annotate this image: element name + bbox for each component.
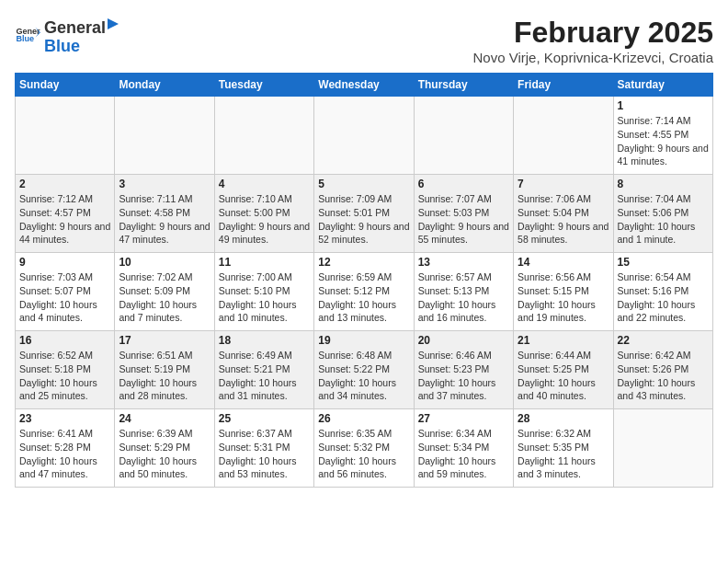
calendar-cell: 7Sunrise: 7:06 AM Sunset: 5:04 PM Daylig… xyxy=(514,175,613,253)
week-row-3: 9Sunrise: 7:03 AM Sunset: 5:07 PM Daylig… xyxy=(16,253,713,331)
day-number: 26 xyxy=(318,412,409,425)
day-number: 20 xyxy=(418,334,509,347)
day-number: 25 xyxy=(219,412,310,425)
calendar-header: SundayMondayTuesdayWednesdayThursdayFrid… xyxy=(16,74,713,97)
day-number: 28 xyxy=(518,412,609,425)
calendar-cell xyxy=(314,97,414,175)
day-info: Sunrise: 7:02 AM Sunset: 5:09 PM Dayligh… xyxy=(119,270,210,325)
calendar-cell: 1Sunrise: 7:14 AM Sunset: 4:55 PM Daylig… xyxy=(613,97,712,175)
logo: General Blue General Blue xyxy=(15,15,120,56)
day-number: 14 xyxy=(518,256,609,269)
day-info: Sunrise: 6:34 AM Sunset: 5:34 PM Dayligh… xyxy=(418,427,509,481)
day-info: Sunrise: 7:12 AM Sunset: 4:57 PM Dayligh… xyxy=(19,192,110,247)
day-number: 11 xyxy=(219,256,310,269)
day-number: 27 xyxy=(418,412,509,425)
day-header-friday: Friday xyxy=(514,74,613,97)
svg-marker-3 xyxy=(108,18,119,29)
day-info: Sunrise: 7:10 AM Sunset: 5:00 PM Dayligh… xyxy=(219,192,310,247)
calendar-cell xyxy=(514,97,613,175)
logo-arrow-icon xyxy=(106,15,120,33)
day-header-tuesday: Tuesday xyxy=(214,74,313,97)
week-row-1: 1Sunrise: 7:14 AM Sunset: 4:55 PM Daylig… xyxy=(16,97,713,175)
day-number: 8 xyxy=(618,178,709,190)
day-info: Sunrise: 6:46 AM Sunset: 5:23 PM Dayligh… xyxy=(418,349,509,403)
calendar-cell: 2Sunrise: 7:12 AM Sunset: 4:57 PM Daylig… xyxy=(16,175,115,253)
calendar-cell: 28Sunrise: 6:32 AM Sunset: 5:35 PM Dayli… xyxy=(514,409,613,488)
calendar-cell: 4Sunrise: 7:10 AM Sunset: 5:00 PM Daylig… xyxy=(214,175,313,253)
day-number: 17 xyxy=(119,334,210,347)
calendar-cell: 9Sunrise: 7:03 AM Sunset: 5:07 PM Daylig… xyxy=(16,253,115,331)
calendar-cell: 26Sunrise: 6:35 AM Sunset: 5:32 PM Dayli… xyxy=(314,409,414,488)
calendar-cell: 5Sunrise: 7:09 AM Sunset: 5:01 PM Daylig… xyxy=(314,175,414,253)
day-number: 2 xyxy=(19,178,110,190)
calendar-cell: 12Sunrise: 6:59 AM Sunset: 5:12 PM Dayli… xyxy=(314,253,414,331)
calendar: SundayMondayTuesdayWednesdayThursdayFrid… xyxy=(15,73,713,488)
day-header-thursday: Thursday xyxy=(414,74,513,97)
calendar-cell: 23Sunrise: 6:41 AM Sunset: 5:28 PM Dayli… xyxy=(16,409,115,488)
calendar-cell: 13Sunrise: 6:57 AM Sunset: 5:13 PM Dayli… xyxy=(414,253,513,331)
calendar-cell: 25Sunrise: 6:37 AM Sunset: 5:31 PM Dayli… xyxy=(214,409,313,488)
logo-icon: General Blue xyxy=(15,22,40,48)
logo-general: General xyxy=(44,15,120,38)
logo-blue: Blue xyxy=(44,38,120,56)
calendar-cell: 27Sunrise: 6:34 AM Sunset: 5:34 PM Dayli… xyxy=(414,409,513,488)
day-number: 12 xyxy=(318,256,409,269)
calendar-cell: 16Sunrise: 6:52 AM Sunset: 5:18 PM Dayli… xyxy=(16,331,115,409)
day-info: Sunrise: 7:11 AM Sunset: 4:58 PM Dayligh… xyxy=(119,192,210,247)
calendar-cell xyxy=(214,97,313,175)
day-info: Sunrise: 6:49 AM Sunset: 5:21 PM Dayligh… xyxy=(219,349,310,403)
day-info: Sunrise: 6:51 AM Sunset: 5:19 PM Dayligh… xyxy=(119,349,210,403)
day-number: 7 xyxy=(518,178,609,190)
week-row-2: 2Sunrise: 7:12 AM Sunset: 4:57 PM Daylig… xyxy=(16,175,713,253)
day-number: 23 xyxy=(19,412,110,425)
day-number: 13 xyxy=(418,256,509,269)
day-info: Sunrise: 6:37 AM Sunset: 5:31 PM Dayligh… xyxy=(219,427,310,481)
calendar-cell xyxy=(414,97,513,175)
calendar-cell: 24Sunrise: 6:39 AM Sunset: 5:29 PM Dayli… xyxy=(115,409,214,488)
days-of-week-row: SundayMondayTuesdayWednesdayThursdayFrid… xyxy=(16,74,713,97)
calendar-cell: 20Sunrise: 6:46 AM Sunset: 5:23 PM Dayli… xyxy=(414,331,513,409)
calendar-cell xyxy=(613,409,712,488)
day-number: 3 xyxy=(119,178,210,190)
calendar-cell: 3Sunrise: 7:11 AM Sunset: 4:58 PM Daylig… xyxy=(115,175,214,253)
day-info: Sunrise: 6:59 AM Sunset: 5:12 PM Dayligh… xyxy=(318,270,409,325)
calendar-cell: 18Sunrise: 6:49 AM Sunset: 5:21 PM Dayli… xyxy=(214,331,313,409)
day-info: Sunrise: 6:54 AM Sunset: 5:16 PM Dayligh… xyxy=(618,270,709,325)
calendar-cell xyxy=(16,97,115,175)
day-number: 15 xyxy=(618,256,709,269)
day-number: 4 xyxy=(219,178,310,190)
day-info: Sunrise: 7:00 AM Sunset: 5:10 PM Dayligh… xyxy=(219,270,310,325)
calendar-cell: 17Sunrise: 6:51 AM Sunset: 5:19 PM Dayli… xyxy=(115,331,214,409)
day-info: Sunrise: 7:03 AM Sunset: 5:07 PM Dayligh… xyxy=(19,270,110,325)
day-header-wednesday: Wednesday xyxy=(314,74,414,97)
day-number: 19 xyxy=(318,334,409,347)
title-area: February 2025 Novo Virje, Koprivnica-Kri… xyxy=(473,15,713,65)
day-info: Sunrise: 6:41 AM Sunset: 5:28 PM Dayligh… xyxy=(19,427,110,481)
main-title: February 2025 xyxy=(473,15,713,50)
subtitle: Novo Virje, Koprivnica-Krizevci, Croatia xyxy=(473,50,713,65)
day-info: Sunrise: 6:44 AM Sunset: 5:25 PM Dayligh… xyxy=(518,349,609,403)
day-info: Sunrise: 7:09 AM Sunset: 5:01 PM Dayligh… xyxy=(318,192,409,247)
calendar-cell xyxy=(115,97,214,175)
day-number: 22 xyxy=(618,334,709,347)
day-header-sunday: Sunday xyxy=(16,74,115,97)
day-info: Sunrise: 6:32 AM Sunset: 5:35 PM Dayligh… xyxy=(518,427,609,481)
day-number: 6 xyxy=(418,178,509,190)
calendar-cell: 10Sunrise: 7:02 AM Sunset: 5:09 PM Dayli… xyxy=(115,253,214,331)
day-number: 18 xyxy=(219,334,310,347)
calendar-cell: 6Sunrise: 7:07 AM Sunset: 5:03 PM Daylig… xyxy=(414,175,513,253)
day-info: Sunrise: 6:56 AM Sunset: 5:15 PM Dayligh… xyxy=(518,270,609,325)
day-info: Sunrise: 6:48 AM Sunset: 5:22 PM Dayligh… xyxy=(318,349,409,403)
day-info: Sunrise: 7:14 AM Sunset: 4:55 PM Dayligh… xyxy=(618,114,709,168)
header: General Blue General Blue February 2025 … xyxy=(15,15,713,65)
day-info: Sunrise: 6:42 AM Sunset: 5:26 PM Dayligh… xyxy=(618,349,709,403)
day-number: 9 xyxy=(19,256,110,269)
calendar-cell: 14Sunrise: 6:56 AM Sunset: 5:15 PM Dayli… xyxy=(514,253,613,331)
calendar-cell: 19Sunrise: 6:48 AM Sunset: 5:22 PM Dayli… xyxy=(314,331,414,409)
calendar-cell: 15Sunrise: 6:54 AM Sunset: 5:16 PM Dayli… xyxy=(613,253,712,331)
day-number: 1 xyxy=(618,99,709,112)
day-info: Sunrise: 6:35 AM Sunset: 5:32 PM Dayligh… xyxy=(318,427,409,481)
day-info: Sunrise: 7:06 AM Sunset: 5:04 PM Dayligh… xyxy=(518,192,609,247)
day-info: Sunrise: 7:04 AM Sunset: 5:06 PM Dayligh… xyxy=(618,192,709,247)
calendar-cell: 22Sunrise: 6:42 AM Sunset: 5:26 PM Dayli… xyxy=(613,331,712,409)
